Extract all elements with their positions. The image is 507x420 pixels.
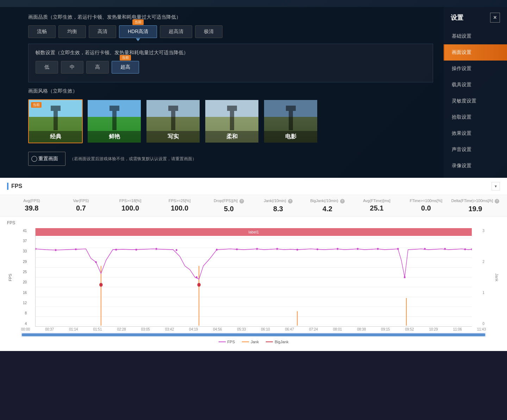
style-card-soft-label: 柔和 xyxy=(205,131,258,143)
svg-point-18 xyxy=(95,261,97,263)
quality-btn-ultra-hd[interactable]: 超高清 xyxy=(160,25,192,38)
svg-point-38 xyxy=(471,248,472,250)
bottom-bar: ⃝ 重置画面 （若画面设置后游戏体验不佳，或需恢复默认认设置，请重置画面） xyxy=(28,147,433,171)
svg-point-36 xyxy=(444,248,446,250)
sidebar-item-operation[interactable]: 操作设置 xyxy=(444,61,507,77)
fps-stat-jank-value: 8.3 xyxy=(254,205,303,213)
svg-point-24 xyxy=(216,249,218,250)
tower-icon-soft xyxy=(230,111,234,130)
legend-jank-line xyxy=(242,341,249,342)
svg-point-21 xyxy=(156,248,157,250)
legend-jank: Jank xyxy=(242,340,259,344)
svg-point-16 xyxy=(55,249,57,251)
svg-point-33 xyxy=(397,248,399,250)
style-card-classic-label: 经典 xyxy=(29,131,82,143)
style-card-soft[interactable]: 柔和 xyxy=(205,99,259,143)
style-card-cinematic-label: 电影 xyxy=(264,131,317,143)
reset-button[interactable]: ⃝ 重置画面 xyxy=(28,152,65,166)
fps-btn-high[interactable]: 高 xyxy=(86,61,109,74)
chart-container: label1 41 37 33 29 25 20 16 12 8 4 3 xyxy=(35,228,472,327)
y-label-fps: FPS xyxy=(8,274,12,281)
svg-point-25 xyxy=(236,248,238,250)
svg-point-28 xyxy=(296,249,298,250)
fps-btn-medium[interactable]: 中 xyxy=(61,61,83,74)
legend-bigjank-label: BigJank xyxy=(275,340,288,344)
close-button[interactable]: × xyxy=(490,13,500,23)
fps-stat-var: Var(FPS) 0.7 xyxy=(56,199,106,213)
fps-stat-fps25-value: 100.0 xyxy=(155,204,204,212)
sidebar-item-display[interactable]: 画面设置 xyxy=(444,44,507,61)
quality-btn-balanced[interactable]: 均衡 xyxy=(58,25,86,38)
style-cards-container: 当前 经典 鲜艳 写实 xyxy=(28,99,433,143)
fps-stat-bigjank: BigJank(/10min) ? 4.2 xyxy=(303,199,352,213)
style-card-classic[interactable]: 当前 经典 xyxy=(28,99,83,143)
fps-stat-var-value: 0.7 xyxy=(56,204,106,212)
fps-btn-low[interactable]: 低 xyxy=(36,61,58,74)
collapse-button[interactable]: ▾ xyxy=(492,182,500,190)
quality-current-badge: 当前 xyxy=(132,19,144,25)
svg-point-13 xyxy=(99,283,103,287)
fps-stat-avg: Avg(FPS) 39.8 xyxy=(7,199,56,213)
style-card-vivid[interactable]: 鲜艳 xyxy=(87,99,142,143)
sidebar-item-sensitivity[interactable]: 灵敏度设置 xyxy=(444,93,507,109)
scrollbar-thumb xyxy=(22,333,485,336)
quality-title: 画面品质（立即生效，若运行卡顿、发热量和耗电量过大可适当降低） xyxy=(28,14,433,20)
chart-legend: FPS Jank BigJank xyxy=(7,340,500,344)
sidebar-item-pickup[interactable]: 拾取设置 xyxy=(444,109,507,125)
fps-stat-var-label: Var(FPS) xyxy=(56,199,106,203)
fps-stat-ftime100-label: FTime>=100ms[%] xyxy=(401,199,451,203)
fps-stat-bigjank-label: BigJank(/10min) ? xyxy=(303,199,352,203)
legend-jank-label: Jank xyxy=(251,340,259,344)
chart-scrollbar[interactable] xyxy=(21,333,486,337)
svg-point-32 xyxy=(377,248,379,250)
legend-fps-line xyxy=(219,341,226,342)
fps-btn-ultra[interactable]: 当前 超高 xyxy=(112,61,139,74)
fps-stat-fps18-label: FPS>=18[%] xyxy=(106,199,155,203)
style-section: 画面风格（立即生效） 当前 经典 鲜艳 xyxy=(28,88,433,143)
fps-title: 帧数设置（立即生效，若运行卡顿、发热量和耗电量过大可适当降低） xyxy=(36,50,426,56)
tower-icon-cinematic xyxy=(289,111,293,130)
fps-stats-row: Avg(FPS) 39.8 Var(FPS) 0.7 FPS>=18[%] 10… xyxy=(0,195,507,217)
sidebar-item-record[interactable]: 录像设置 xyxy=(444,158,507,174)
quality-btn-extreme[interactable]: 极清 xyxy=(195,25,223,38)
fps-stat-jank-label: Jank(/10min) ? xyxy=(254,199,303,203)
fps-stat-drop-value: 5.0 xyxy=(204,205,254,213)
game-settings-panel: 画面品质（立即生效，若运行卡顿、发热量和耗电量过大可适当降低） 流畅 均衡 高清… xyxy=(0,0,507,178)
sidebar-header: 设置 × xyxy=(444,7,507,28)
svg-point-34 xyxy=(404,276,406,278)
svg-point-27 xyxy=(276,248,278,250)
quality-btn-hd[interactable]: 高清 xyxy=(89,25,116,38)
y-label-jank: Jank xyxy=(494,273,499,281)
fps-panel: FPS ▾ Avg(FPS) 39.8 Var(FPS) 0.7 FPS>=18… xyxy=(0,178,507,351)
fps-chart-title: FPS xyxy=(7,220,500,225)
fps-stat-avgftime: Avg(FTime)[ms] 25.1 xyxy=(352,199,401,213)
help-icon-jank[interactable]: ? xyxy=(288,199,293,203)
style-card-cinematic[interactable]: 电影 xyxy=(263,99,318,143)
fps-stat-delta: Delta(FTime)>100ms[/h] ? 19.9 xyxy=(451,199,500,213)
fps-stat-fps18: FPS>=18[%] 100.0 xyxy=(106,199,155,213)
help-icon-bigjank[interactable]: ? xyxy=(340,199,345,203)
fps-stat-avgftime-label: Avg(FTime)[ms] xyxy=(352,199,401,203)
quality-btn-smooth[interactable]: 流畅 xyxy=(28,25,56,38)
style-title: 画面风格（立即生效） xyxy=(28,88,433,94)
svg-point-26 xyxy=(256,248,258,250)
svg-point-35 xyxy=(424,248,426,250)
settings-main: 画面品质（立即生效，若运行卡顿、发热量和耗电量过大可适当降低） 流畅 均衡 高清… xyxy=(0,7,444,178)
sidebar-item-vehicle[interactable]: 载具设置 xyxy=(444,77,507,93)
sidebar-item-sound[interactable]: 声音设置 xyxy=(444,142,507,158)
y-axis-left: 41 37 33 29 25 20 16 12 8 4 xyxy=(21,228,28,326)
fps-stat-drop-label: Drop(FPS)[/h] ? xyxy=(204,199,254,203)
quality-arrow xyxy=(136,38,140,41)
help-icon-delta[interactable]: ? xyxy=(495,199,499,203)
help-icon-drop[interactable]: ? xyxy=(239,199,244,203)
x-axis: 00:00 00:37 01:14 01:51 02:28 03:05 03:4… xyxy=(21,327,486,331)
style-card-realistic[interactable]: 写实 xyxy=(146,99,200,143)
fps-chart-svg xyxy=(36,228,472,326)
fps-stat-jank: Jank(/10min) ? 8.3 xyxy=(254,199,303,213)
fps-section-title: FPS xyxy=(11,183,22,189)
quality-btn-hdr[interactable]: 当前 HDR高清 xyxy=(119,25,157,38)
fps-title-container: FPS xyxy=(7,183,22,190)
svg-point-23 xyxy=(196,276,198,278)
sidebar-item-effects[interactable]: 效果设置 xyxy=(444,125,507,142)
sidebar-item-basic[interactable]: 基础设置 xyxy=(444,28,507,44)
